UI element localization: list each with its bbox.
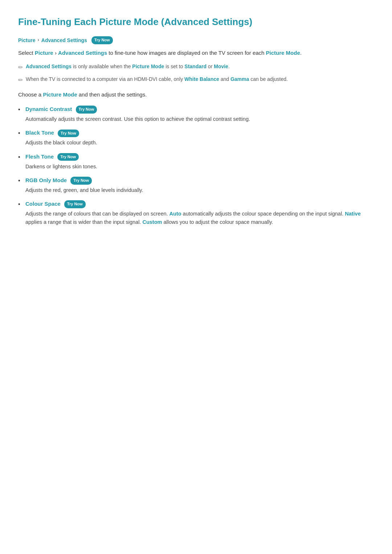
choose-picture-mode-link[interactable]: Picture Mode (43, 91, 77, 98)
note-white-balance-link[interactable]: White Balance (184, 76, 219, 82)
feature-header-flesh-tone: Flesh Tone Try Now (25, 152, 374, 161)
intro-paragraph: Select Picture › Advanced Settings to fi… (18, 49, 374, 57)
breadcrumb-advanced-settings-link[interactable]: Advanced Settings (41, 36, 87, 44)
feature-title-dynamic-contrast[interactable]: Dynamic Contrast (25, 106, 72, 112)
feature-list: Dynamic Contrast Try Now Automatically a… (18, 105, 374, 226)
notes-list: ✏ Advanced Settings is only available wh… (18, 62, 374, 85)
feature-header-colour-space: Colour Space Try Now (25, 200, 374, 208)
black-tone-try-now[interactable]: Try Now (58, 130, 79, 138)
colour-space-try-now[interactable]: Try Now (64, 200, 86, 208)
note-icon-1: ✏ (18, 63, 23, 72)
note-text-1: Advanced Settings is only available when… (26, 62, 230, 70)
feature-item-flesh-tone: Flesh Tone Try Now Darkens or lightens s… (18, 152, 374, 171)
intro-picture-mode-link[interactable]: Picture Mode (266, 50, 300, 56)
breadcrumb-try-now-badge[interactable]: Try Now (91, 36, 113, 44)
colour-space-auto-link[interactable]: Auto (170, 211, 181, 217)
feature-header-rgb-only-mode: RGB Only Mode Try Now (25, 176, 374, 185)
intro-picture-link[interactable]: Picture (35, 50, 53, 56)
breadcrumb: Picture › Advanced Settings Try Now (18, 36, 374, 44)
feature-desc-dynamic-contrast: Automatically adjusts the screen contras… (25, 115, 374, 123)
rgb-only-mode-try-now[interactable]: Try Now (70, 177, 92, 185)
feature-title-black-tone[interactable]: Black Tone (25, 130, 54, 136)
flesh-tone-try-now[interactable]: Try Now (57, 153, 79, 161)
breadcrumb-separator: › (37, 36, 39, 44)
page-title: Fine-Tuning Each Picture Mode (Advanced … (18, 15, 374, 30)
feature-item-colour-space: Colour Space Try Now Adjusts the range o… (18, 200, 374, 226)
note-picture-mode-link[interactable]: Picture Mode (132, 63, 164, 69)
choose-paragraph: Choose a Picture Mode and then adjust th… (18, 90, 374, 99)
note-text-2: When the TV is connected to a computer v… (26, 75, 288, 83)
feature-item-rgb-only-mode: RGB Only Mode Try Now Adjusts the red, g… (18, 176, 374, 194)
note-movie-link[interactable]: Movie (214, 63, 228, 69)
feature-desc-black-tone: Adjusts the black colour depth. (25, 139, 374, 147)
feature-header-black-tone: Black Tone Try Now (25, 128, 374, 137)
feature-desc-flesh-tone: Darkens or lightens skin tones. (25, 163, 374, 171)
note-icon-2: ✏ (18, 75, 23, 85)
feature-header-dynamic-contrast: Dynamic Contrast Try Now (25, 105, 374, 114)
feature-item-black-tone: Black Tone Try Now Adjusts the black col… (18, 128, 374, 147)
feature-title-flesh-tone[interactable]: Flesh Tone (25, 153, 54, 160)
feature-desc-colour-space: Adjusts the range of colours that can be… (25, 210, 374, 226)
feature-title-rgb-only-mode[interactable]: RGB Only Mode (25, 177, 67, 183)
note-standard-link[interactable]: Standard (184, 63, 207, 69)
intro-advanced-settings-link[interactable]: Advanced Settings (58, 50, 107, 56)
colour-space-custom-link[interactable]: Custom (142, 219, 162, 225)
note-gamma-link[interactable]: Gamma (230, 76, 249, 82)
note-item-2: ✏ When the TV is connected to a computer… (18, 75, 374, 85)
breadcrumb-picture-link[interactable]: Picture (18, 36, 35, 44)
feature-item-dynamic-contrast: Dynamic Contrast Try Now Automatically a… (18, 105, 374, 123)
feature-title-colour-space[interactable]: Colour Space (25, 201, 61, 207)
note-item-1: ✏ Advanced Settings is only available wh… (18, 62, 374, 72)
feature-desc-rgb-only-mode: Adjusts the red, green, and blue levels … (25, 186, 374, 194)
colour-space-native-link[interactable]: Native (345, 211, 361, 217)
dynamic-contrast-try-now[interactable]: Try Now (76, 106, 97, 114)
note-advanced-settings-link[interactable]: Advanced Settings (26, 63, 72, 69)
